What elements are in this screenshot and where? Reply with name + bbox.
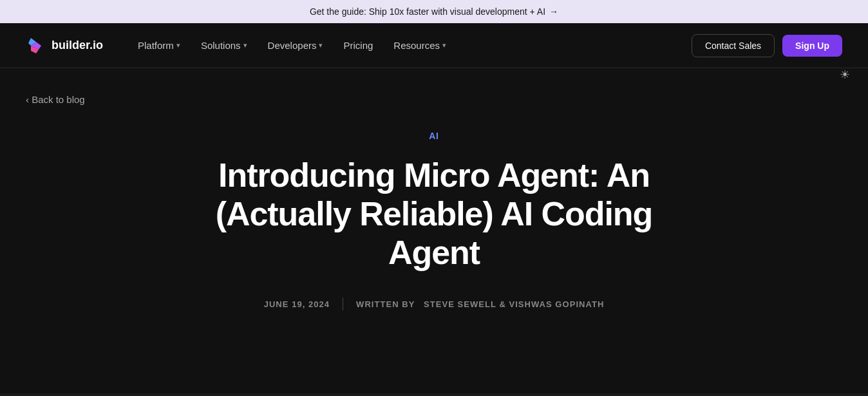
nav-item-platform[interactable]: Platform ▾: [129, 35, 189, 56]
nav-links: Platform ▾ Solutions ▾ Developers ▾ Pric…: [129, 35, 692, 56]
nav-item-pricing[interactable]: Pricing: [334, 35, 382, 56]
main-content: ‹ Back to blog AI Introducing Micro Agen…: [0, 68, 868, 393]
sign-up-button[interactable]: Sign Up: [782, 35, 842, 57]
article-title: Introducing Micro Agent: An (Actually Re…: [202, 156, 666, 272]
logo-text: builder.io: [52, 39, 103, 52]
announcement-text: Get the guide: Ship 10x faster with visu…: [310, 6, 545, 17]
article-meta: JUNE 19, 2024 WRITTEN BY STEVE SEWELL & …: [202, 297, 666, 310]
resources-chevron-icon: ▾: [442, 41, 446, 50]
theme-toggle-button[interactable]: ☀: [835, 64, 855, 85]
nav-item-solutions[interactable]: Solutions ▾: [192, 35, 256, 56]
developers-chevron-icon: ▾: [319, 41, 323, 50]
announcement-link[interactable]: Get the guide: Ship 10x faster with visu…: [310, 6, 558, 17]
nav-item-resources[interactable]: Resources ▾: [384, 35, 455, 56]
navbar: builder.io Platform ▾ Solutions ▾ Develo…: [0, 23, 868, 68]
solutions-chevron-icon: ▾: [243, 41, 247, 50]
logo[interactable]: builder.io: [26, 35, 103, 56]
meta-divider: [343, 297, 343, 310]
logo-icon: [26, 35, 46, 56]
article-category: AI: [202, 131, 666, 141]
nav-actions: Contact Sales Sign Up: [692, 34, 842, 57]
announcement-bar[interactable]: Get the guide: Ship 10x faster with visu…: [0, 0, 868, 23]
sun-icon: ☀: [840, 68, 850, 82]
contact-sales-button[interactable]: Contact Sales: [692, 34, 775, 57]
announcement-arrow: →: [549, 6, 558, 17]
article-written-by: WRITTEN BY STEVE SEWELL & VISHWAS GOPINA…: [356, 299, 604, 309]
platform-chevron-icon: ▾: [176, 41, 180, 50]
nav-item-developers[interactable]: Developers ▾: [259, 35, 332, 56]
article-date: JUNE 19, 2024: [264, 299, 330, 309]
back-to-blog-link[interactable]: ‹ Back to blog: [0, 94, 111, 105]
article-header: AI Introducing Micro Agent: An (Actually…: [176, 131, 692, 310]
